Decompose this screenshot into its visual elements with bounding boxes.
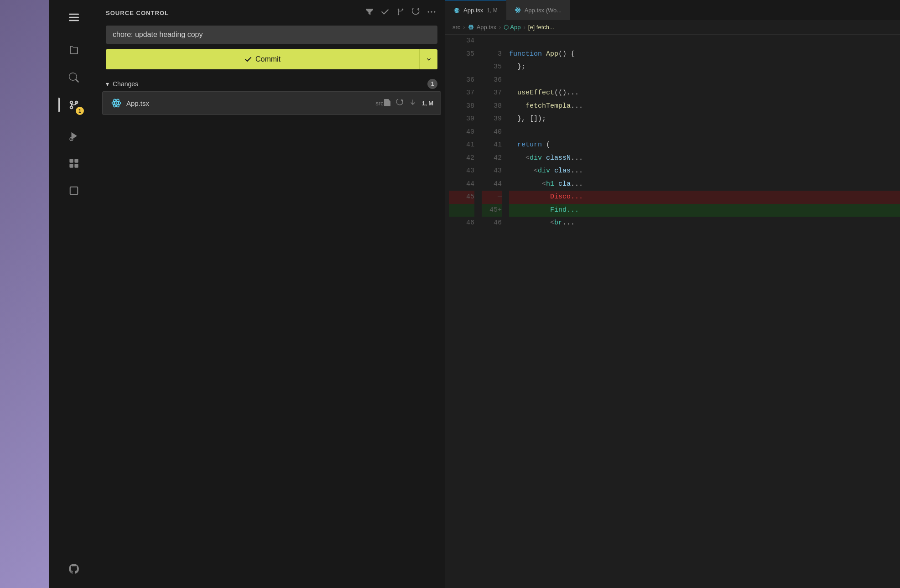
svg-point-14 [398,13,399,15]
svg-point-16 [428,11,429,12]
tab-label-working: App.tsx (Wo... [525,7,562,14]
line-num-34: 34 [449,35,474,48]
line-num-45add: 45 [449,204,474,217]
svg-marker-6 [72,132,77,140]
code-content: function App() { }; useEffect(()... fetc… [505,35,900,588]
svg-rect-12 [70,187,78,195]
breadcrumb-file[interactable]: App.tsx [477,24,496,31]
refresh-icon[interactable] [410,6,422,20]
line-num-43: 43 [449,165,474,178]
line-num-36: 36 [449,74,474,87]
changes-label-text: Changes [113,80,138,88]
line-num-39: 39 [449,113,474,126]
code-line-40 [509,126,900,139]
header-icons [364,6,437,20]
code-line-45add: Find... [509,204,900,217]
react-file-icon [110,97,123,109]
svg-point-3 [70,101,73,104]
tab-label-active: App.tsx [463,7,483,14]
code-line-45del: Disco... [509,191,900,204]
discard-changes-icon[interactable] [396,99,404,108]
line-num-40: 40 [449,126,474,139]
list-filter-icon[interactable] [364,6,375,20]
line-num-46: 46 [449,217,474,230]
commit-message-input[interactable]: chore: update heading copy [106,26,437,44]
changes-header[interactable]: ▾ Changes 1 [99,77,445,91]
line-num-37: 37 [449,87,474,100]
activity-icon-search[interactable] [62,66,86,89]
code-line-36 [509,74,900,87]
line-num-blank1: 35 [449,61,474,74]
code-line-37: useEffect(()... [509,87,900,100]
svg-rect-11 [74,164,78,167]
changes-label: ▾ Changes [106,80,427,88]
breadcrumb-function[interactable]: [e] fetch... [528,24,554,31]
svg-point-30 [517,10,518,10]
tab-apptsx-working[interactable]: App.tsx (Wo... [506,0,570,20]
source-control-panel: SOURCE CONTROL [99,0,445,588]
commit-button[interactable]: Commit [106,49,419,69]
svg-rect-10 [69,164,73,167]
activity-icon-source-control[interactable]: 1 [62,93,86,117]
activity-icon-extensions[interactable] [62,151,86,175]
stage-changes-icon[interactable] [409,99,416,108]
open-file-icon[interactable] [384,99,391,108]
commit-button-label: Commit [255,55,281,63]
more-icon[interactable] [426,6,437,20]
line-num-41: 41 [449,139,474,152]
code-line-44: <h1 cla... [509,178,900,191]
tab-bar: App.tsx 1, M App.tsx (Wo... [445,0,900,20]
svg-rect-2 [69,20,79,21]
svg-point-18 [434,11,435,12]
code-line-35: function App() { [509,48,900,61]
file-actions: 1, M [384,99,433,108]
file-item-apptsx[interactable]: App.tsx src 1, M [102,91,441,115]
tab-apptsx-active[interactable]: App.tsx 1, M [445,0,506,20]
svg-rect-0 [69,14,79,15]
line-num-45del: 45 [449,191,474,204]
code-line-43: <div clas... [509,165,900,178]
chevron-down-icon: ▾ [106,80,109,88]
changes-count-badge: 1 [427,79,437,89]
svg-point-13 [398,8,399,10]
menu-icon[interactable] [62,5,86,29]
file-path: src [375,100,383,107]
svg-point-22 [115,102,117,104]
commit-button-row: Commit [106,49,437,69]
svg-rect-8 [69,159,73,162]
activity-icon-testing[interactable] [62,179,86,203]
line-num-35: 35 [449,48,474,61]
code-line-46: <br... [509,217,900,230]
outer-gradient [0,0,49,588]
line-num-38: 38 [449,100,474,113]
svg-point-26 [456,10,457,11]
commit-dropdown-button[interactable] [419,49,437,69]
file-status: 1, M [422,100,433,107]
breadcrumb-src[interactable]: src [453,24,460,31]
breadcrumb-component[interactable]: ⬡ App [504,24,520,31]
source-control-badge: 1 [76,107,84,115]
svg-rect-9 [74,159,78,162]
activity-icon-run-debug[interactable] [62,124,86,148]
commit-message-text: chore: update heading copy [113,31,203,38]
svg-point-4 [70,106,73,109]
panel-header: SOURCE CONTROL [99,0,445,26]
checkmark-icon[interactable] [379,6,391,20]
code-editor: 34 35 35 36 37 38 39 40 41 42 43 44 45 4… [445,35,900,588]
svg-point-31 [468,26,473,28]
code-line-38: fetchTempla... [509,100,900,113]
branch-icon[interactable] [395,6,406,20]
activity-icon-explorer[interactable] [62,38,86,62]
breadcrumb: src › App.tsx › ⬡ App › [e] fetch... [445,20,900,35]
file-name: App.tsx [126,99,373,107]
activity-bar: 1 [49,0,99,588]
code-line-41: return ( [509,139,900,152]
code-line-39: }, []); [509,113,900,126]
tab-status: 1, M [487,7,497,14]
code-line-34 [509,35,900,48]
activity-icon-github[interactable] [62,557,86,581]
line-num-44: 44 [449,178,474,191]
vscode-window: 1 SOURCE CONTROL [49,0,900,588]
line-numbers-right: 34 3 35 36 37 38 39 40 41 42 43 44 — 45+… [482,35,505,588]
svg-point-17 [431,11,432,12]
